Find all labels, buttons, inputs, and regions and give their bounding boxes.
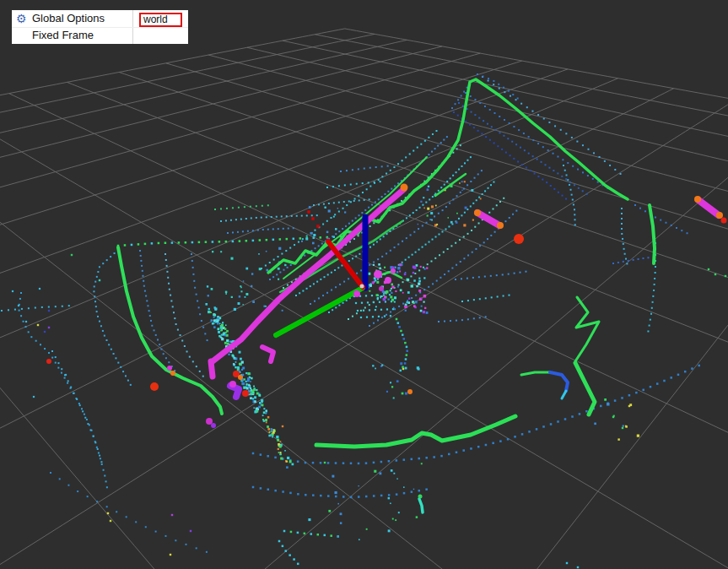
panel-row-divider [12,27,188,28]
fixed-frame-row[interactable]: Fixed Frame [12,27,188,44]
fixed-frame-value-field[interactable]: world [139,13,182,27]
gear-icon: ⚙ [16,10,27,27]
global-options-label: Global Options [32,10,105,27]
fixed-frame-label: Fixed Frame [32,27,94,44]
displays-property-panel: ⚙ Global Options Fixed Frame world [12,10,188,44]
rviz-window: ⚙ Global Options Fixed Frame world [0,0,728,569]
rviz-3d-viewport[interactable] [0,0,728,569]
